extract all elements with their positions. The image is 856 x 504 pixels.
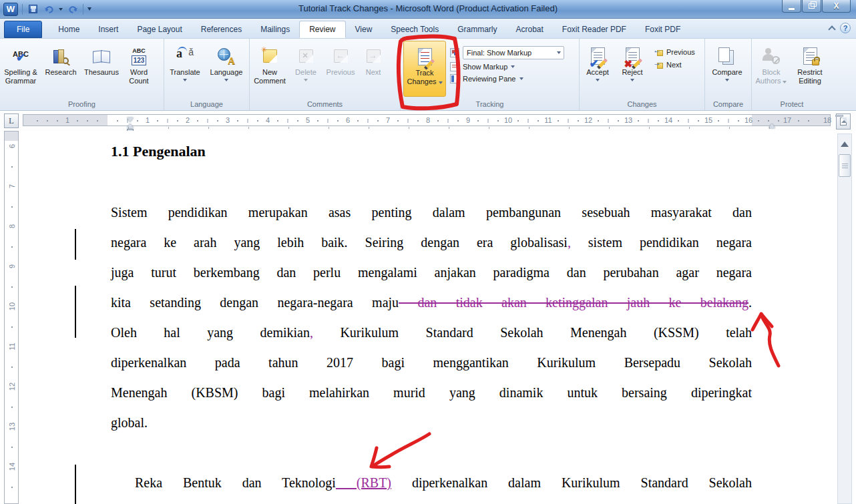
ruler-number: 6 (8, 140, 16, 153)
language-button[interactable]: A Language (206, 41, 247, 97)
group-comments: ✳ New Comment ✕ Delete ← Previous (250, 39, 401, 110)
restore-icon (809, 3, 815, 9)
scroll-up-button[interactable] (839, 138, 851, 150)
ruler-dot (598, 120, 599, 121)
restrict-editing-button[interactable]: Restrict Editing (791, 41, 829, 97)
split-handle[interactable] (835, 115, 843, 117)
text-run: kita setanding dengan negara-negara maju (111, 295, 399, 310)
display-for-review-value: Final: Show Markup (467, 49, 531, 57)
language-label: Language (210, 68, 243, 77)
tab-stop-selector[interactable]: L (4, 113, 19, 128)
document-page[interactable]: 1.1 Pengenalan Sistem pendidikan merupak… (23, 131, 831, 504)
collapse-ribbon-icon[interactable] (828, 25, 835, 33)
reject-button[interactable]: ✖ Reject (616, 41, 649, 97)
ruler-dot (277, 120, 278, 121)
tab-view[interactable]: View (346, 21, 382, 38)
group-label-language: Language (164, 100, 249, 108)
vertical-ruler[interactable]: 67891011121314 (4, 131, 19, 504)
reviewing-pane-label: Reviewing Pane (463, 75, 516, 83)
ruler-tick (368, 119, 369, 123)
block-authors-label-1: Block (763, 68, 781, 77)
show-markup-button[interactable]: Show Markup (450, 62, 564, 71)
tab-stop-mark (609, 127, 610, 129)
new-comment-button[interactable]: ✳ New Comment (250, 41, 290, 97)
document-line: diperkenalkan pada tahun 2017 bagi mengg… (111, 348, 752, 378)
ruler-dot (11, 326, 13, 328)
ruler-dot (11, 206, 13, 208)
restore-button[interactable] (802, 0, 821, 13)
tab-foxit-reader-pdf[interactable]: Foxit Reader PDF (553, 21, 636, 38)
ribbon: ABC✔ Spelling & Grammar Research Thesaur… (0, 39, 856, 111)
ribbon-tab-bar: File Home Insert Page Layout References … (0, 19, 856, 39)
ruler-dot (11, 166, 13, 168)
tab-file[interactable]: File (4, 21, 42, 38)
tab-page-layout[interactable]: Page Layout (128, 21, 191, 38)
tab-stop-mark (689, 127, 690, 129)
compare-button[interactable]: Compare (705, 41, 749, 97)
display-for-review-combobox[interactable]: Final: Show Markup (463, 46, 564, 59)
tab-review[interactable]: Review (299, 21, 345, 38)
ruler-dot (638, 120, 639, 121)
ruler-number: 6 (346, 116, 350, 124)
text-run: sistem pendidikan negara (571, 235, 752, 250)
track-changes-button[interactable]: Track Changes (403, 41, 446, 97)
text-run: diperkenalkan pada tahun 2017 bagi mengg… (111, 355, 752, 370)
text-run: Kurikulum Standard Sekolah Menengah (KSS… (313, 325, 752, 340)
thesaurus-button[interactable]: Thesaurus (80, 41, 123, 97)
ruler-number: 11 (544, 116, 552, 124)
spelling-grammar-button[interactable]: ABC✔ Spelling & Grammar (0, 41, 41, 97)
scrollbar-thumb[interactable] (839, 154, 851, 177)
ruler-number: 15 (704, 116, 712, 124)
block-authors-button: Block Authors (752, 41, 791, 97)
tab-insert[interactable]: Insert (89, 21, 128, 38)
ruler-number: 7 (8, 180, 16, 193)
tab-stop-mark (569, 127, 570, 129)
accept-button[interactable]: ✔ Accept (580, 41, 616, 97)
ruler-dot (538, 120, 539, 121)
previous-comment-icon: ← (334, 44, 348, 68)
tab-home[interactable]: Home (49, 21, 89, 38)
ruler-number: 13 (624, 116, 632, 124)
translate-button[interactable]: aǎ Translate (164, 41, 206, 97)
first-line-indent-marker[interactable] (127, 117, 134, 122)
research-button[interactable]: Research (41, 41, 80, 97)
tab-references[interactable]: References (192, 21, 251, 38)
next-change-button[interactable]: → Next (653, 60, 695, 69)
reviewing-pane-button[interactable]: Reviewing Pane (450, 74, 564, 83)
ruler-dot (678, 120, 679, 121)
document-line: Reka Bentuk dan Teknologi (RBT) diperken… (111, 468, 752, 498)
ruler-dot (497, 120, 499, 121)
minimize-button[interactable] (782, 0, 801, 13)
group-changes: ✔ Accept ✖ Reject ← Previous → Nex (580, 39, 705, 110)
ruler-dot (578, 120, 579, 121)
tab-foxit-pdf[interactable]: Foxit PDF (636, 21, 690, 38)
document-line: negara ke arah yang lebih baik. Seiring … (111, 228, 752, 258)
accept-caret (596, 79, 600, 81)
close-button[interactable]: X (822, 0, 851, 13)
tab-stop-mark (489, 127, 489, 129)
ruler-tick (288, 119, 288, 123)
tab-stop-mark (649, 127, 650, 129)
tab-stop-mark (168, 127, 169, 129)
help-icon[interactable]: ? (840, 23, 851, 33)
tab-grammarly[interactable]: Grammarly (448, 21, 506, 38)
group-label-tracking: Tracking (401, 100, 579, 108)
previous-change-button[interactable]: ← Previous (653, 47, 695, 56)
ruler-dot (257, 120, 258, 121)
next-comment-icon: → (367, 44, 381, 68)
document-line: Oleh hal yang demikian, Kurikulum Standa… (111, 318, 752, 348)
text-run: diperkenalkan dalam Kurikulum Standard S… (391, 475, 752, 490)
word-count-button[interactable]: ABC123 Word Count (123, 41, 155, 97)
previous-comment-button: ← Previous (322, 41, 359, 97)
tab-mailings[interactable]: Mailings (251, 21, 299, 38)
tab-speech-tools[interactable]: Speech Tools (381, 21, 448, 38)
reject-caret (630, 79, 634, 81)
horizontal-ruler[interactable]: 1123456789101112131415161718 (23, 114, 831, 126)
reject-icon: ✖ (626, 44, 640, 68)
ruler-number: 10 (504, 116, 512, 124)
tab-acrobat[interactable]: Acrobat (507, 21, 553, 38)
tracked-deletion: dan tidak akan ketinggalan jauh ke belak… (399, 295, 748, 310)
vertical-scrollbar[interactable] (837, 134, 852, 504)
document-line: global. (111, 408, 752, 438)
tab-stop-mark (369, 127, 369, 129)
